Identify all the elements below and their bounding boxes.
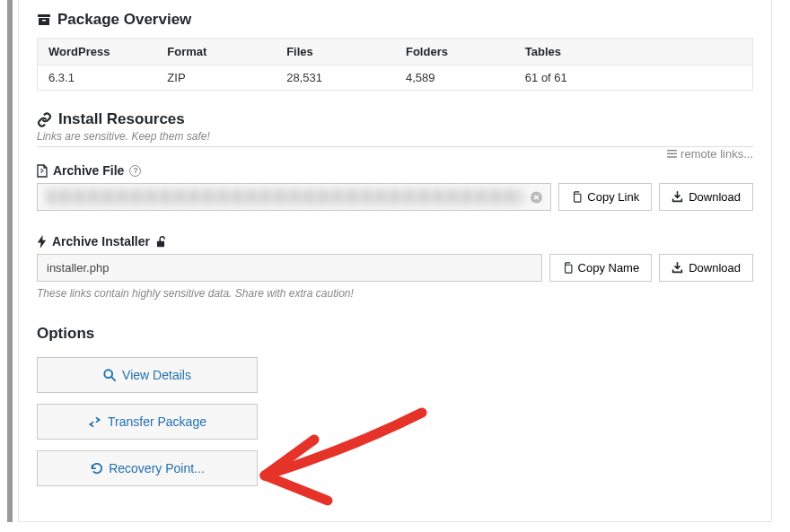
download-installer-label: Download (689, 261, 741, 275)
col-folders: Folders (395, 39, 514, 65)
val-wordpress: 6.3.1 (38, 65, 157, 91)
sensitive-note: Links are sensitive. Keep them safe! (37, 130, 753, 143)
installer-file-value: installer.php (47, 261, 109, 275)
col-tables: Tables (514, 39, 634, 65)
options-title: Options (37, 325, 753, 343)
col-empty (634, 39, 753, 65)
svg-rect-3 (667, 150, 677, 151)
archive-installer-label: Archive Installer (52, 234, 150, 249)
col-wordpress: WordPress (38, 39, 157, 65)
install-divider (37, 146, 753, 147)
svg-rect-4 (667, 153, 677, 154)
recovery-point-label: Recovery Point... (109, 461, 205, 475)
search-icon (103, 369, 116, 381)
archive-icon (37, 13, 51, 27)
val-files: 28,531 (276, 65, 395, 91)
package-panel: Package Overview WordPress Format Files … (18, 0, 772, 522)
download-icon (672, 262, 683, 274)
bolt-icon (37, 235, 47, 249)
val-tables: 61 of 61 (514, 65, 634, 91)
download-archive-label: Download (689, 190, 741, 204)
installer-file-input[interactable]: installer.php (37, 254, 542, 282)
left-scrollbar-stripe (7, 0, 13, 522)
copy-icon (562, 262, 573, 274)
remote-links-label: remote links... (680, 147, 753, 161)
view-details-label: View Details (122, 368, 191, 382)
archive-file-label: Archive File (53, 163, 124, 178)
copy-name-label: Copy Name (578, 261, 640, 275)
exchange-icon (88, 416, 101, 428)
view-details-button[interactable]: View Details (37, 357, 258, 393)
svg-rect-12 (565, 265, 571, 273)
svg-rect-8 (41, 171, 43, 173)
svg-rect-2 (42, 20, 46, 22)
svg-rect-10 (575, 194, 581, 202)
transfer-package-label: Transfer Package (108, 414, 206, 429)
archive-file-label-row: Archive File ? (37, 163, 753, 178)
copy-link-label: Copy Link (587, 190, 639, 204)
download-archive-button[interactable]: Download (659, 183, 753, 211)
svg-rect-11 (157, 240, 164, 247)
col-format: Format (156, 39, 276, 65)
undo-icon (90, 462, 102, 475)
svg-rect-7 (42, 170, 44, 171)
overview-table: WordPress Format Files Folders Tables 6.… (37, 38, 753, 91)
archive-file-url-input[interactable] (37, 183, 551, 211)
redacted-url (47, 189, 523, 205)
file-archive-icon (37, 164, 48, 178)
caution-note: These links contain highly sensitive dat… (37, 287, 753, 300)
package-overview-title: Package Overview (57, 11, 191, 29)
package-overview-heading: Package Overview (37, 11, 753, 29)
val-folders: 4,589 (395, 65, 514, 91)
svg-rect-1 (39, 18, 49, 25)
help-icon[interactable]: ? (129, 165, 141, 177)
download-installer-button[interactable]: Download (659, 254, 753, 282)
val-format: ZIP (156, 65, 276, 91)
archive-installer-label-row: Archive Installer (37, 234, 753, 249)
recovery-point-button[interactable]: Recovery Point... (37, 450, 258, 486)
copy-icon (571, 191, 582, 203)
install-resources-title: Install Resources (58, 110, 185, 128)
remote-links-toggle[interactable]: remote links... (667, 147, 753, 161)
bars-icon (667, 149, 677, 159)
svg-rect-0 (38, 14, 50, 17)
svg-rect-6 (41, 169, 43, 170)
download-icon (672, 191, 683, 203)
svg-rect-5 (667, 156, 677, 157)
transfer-package-button[interactable]: Transfer Package (37, 404, 258, 440)
link-icon (37, 112, 52, 127)
install-resources-heading: Install Resources (37, 110, 753, 128)
copy-name-button[interactable]: Copy Name (549, 254, 653, 282)
col-files: Files (276, 39, 395, 65)
unlock-icon (155, 236, 166, 248)
copy-link-button[interactable]: Copy Link (558, 183, 652, 211)
clear-icon[interactable] (530, 190, 543, 204)
